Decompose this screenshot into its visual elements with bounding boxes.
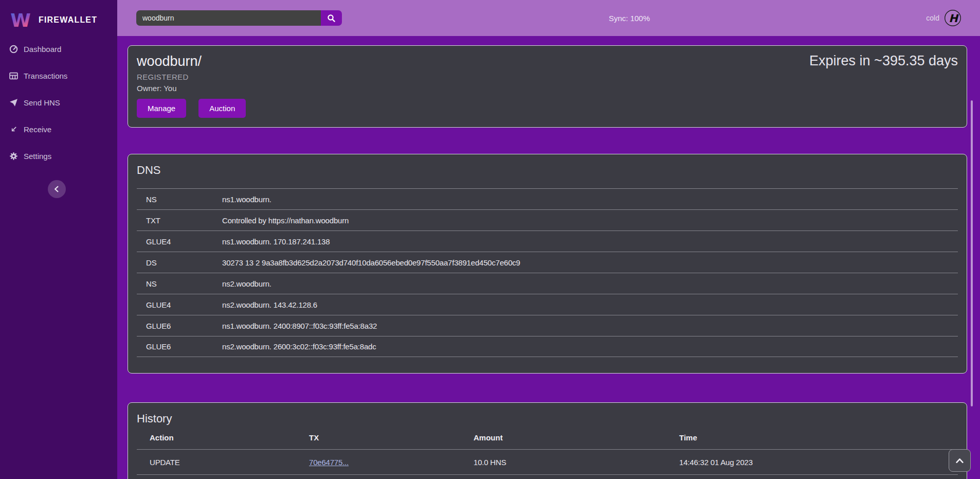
auction-button[interactable]: Auction (198, 99, 246, 118)
transactions-icon (9, 72, 18, 80)
tx-link[interactable]: 70e64775... (309, 458, 349, 467)
sidebar-item-label: Dashboard (24, 45, 61, 54)
dns-record-row: NS ns1.woodburn. (137, 188, 958, 209)
sidebar-nav: Dashboard Transactions Send HNS Receive (0, 36, 117, 169)
dns-record-type: GLUE6 (146, 322, 222, 330)
sidebar-collapse-button[interactable] (48, 180, 66, 198)
history-card: History Action TX Amount Time UPDATE 70e… (128, 402, 967, 479)
history-col-tx: TX (309, 433, 474, 442)
dashboard-icon (9, 45, 18, 54)
dns-record-value: Controlled by https://nathan.woodburn (222, 216, 958, 225)
domain-owner: Owner: You (137, 84, 958, 93)
app-title: FIREWALLET (39, 15, 97, 25)
dns-record-value: ns2.woodburn. 143.42.128.6 (222, 300, 958, 309)
manage-button[interactable]: Manage (137, 99, 186, 118)
history-row: RENEW d76e4f75... 10.0 HNS 15:47:36 07 J… (137, 475, 958, 479)
dns-record-value: ns1.woodburn. (222, 195, 958, 204)
dns-record-row: GLUE4 ns2.woodburn. 143.42.128.6 (137, 294, 958, 315)
svg-text:H: H (949, 12, 959, 25)
history-col-amount: Amount (474, 433, 679, 442)
main-content: woodburn/ REGISTERED Owner: You Manage A… (117, 36, 980, 479)
dns-record-type: DS (146, 258, 222, 267)
domain-expiry: Expires in ~395.35 days (809, 53, 958, 69)
search-button[interactable] (321, 10, 342, 26)
topbar: Sync: 100% cold H (117, 0, 980, 36)
history-title: History (137, 412, 958, 425)
scrollbar-thumb[interactable] (971, 100, 973, 406)
sidebar-item-label: Settings (24, 152, 51, 161)
chevron-up-icon (955, 457, 965, 465)
search-group (136, 10, 342, 26)
sync-status: Sync: 100% (609, 0, 650, 36)
handshake-logo-icon[interactable]: H (944, 9, 961, 27)
dns-record-row: NS ns2.woodburn. (137, 273, 958, 294)
dns-record-value: ns2.woodburn. (222, 279, 958, 288)
search-icon (327, 14, 336, 23)
dns-record-value: ns2.woodburn. 2600:3c02::f03c:93ff:fe5a:… (222, 342, 958, 351)
dns-record-type: TXT (146, 216, 222, 225)
history-col-action: Action (150, 433, 309, 442)
domain-status: REGISTERED (137, 73, 958, 81)
sidebar-item-dashboard[interactable]: Dashboard (0, 36, 117, 62)
sidebar: W FIREWALLET Dashboard Transactions Send… (0, 0, 117, 479)
firewallet-logo-icon: W (9, 9, 32, 31)
send-icon (9, 98, 18, 107)
dns-record-row: DS 30273 13 2 9a3a8fb3d625d2a2073d740f10… (137, 252, 958, 273)
svg-text:W: W (10, 10, 31, 31)
sidebar-item-label: Transactions (24, 72, 67, 80)
dns-record-type: GLUE6 (146, 342, 222, 351)
sidebar-item-label: Receive (24, 125, 51, 134)
dns-record-type: NS (146, 279, 222, 288)
search-input[interactable] (136, 10, 321, 26)
dns-record-row: GLUE4 ns1.woodburn. 170.187.241.138 (137, 230, 958, 252)
history-row: UPDATE 70e64775... 10.0 HNS 14:46:32 01 … (137, 450, 958, 475)
dns-record-type: GLUE4 (146, 300, 222, 309)
dns-record-row: GLUE6 ns1.woodburn. 2400:8907::f03c:93ff… (137, 315, 958, 336)
history-header-row: Action TX Amount Time (137, 425, 958, 450)
dns-record-value: ns1.woodburn. 170.187.241.138 (222, 237, 958, 246)
sidebar-item-send-hns[interactable]: Send HNS (0, 89, 117, 116)
chevron-left-icon (52, 185, 61, 193)
dns-table: NS ns1.woodburn. TXT Controlled by https… (137, 188, 958, 357)
history-col-time: Time (679, 433, 958, 442)
domain-card: woodburn/ REGISTERED Owner: You Manage A… (128, 45, 967, 128)
dns-record-type: GLUE4 (146, 237, 222, 246)
app-logo-row: W FIREWALLET (0, 0, 117, 34)
dns-record-value: 30273 13 2 9a3a8fb3d625d2a2073d740f10da6… (222, 258, 958, 267)
history-amount: 10.0 HNS (474, 458, 679, 467)
dns-record-row: TXT Controlled by https://nathan.woodbur… (137, 209, 958, 230)
wallet-name-label: cold (926, 14, 939, 22)
sidebar-item-receive[interactable]: Receive (0, 116, 117, 143)
history-table: UPDATE 70e64775... 10.0 HNS 14:46:32 01 … (137, 450, 958, 479)
history-time: 14:46:32 01 Aug 2023 (679, 458, 958, 467)
dns-card: DNS NS ns1.woodburn. TXT Controlled by h… (128, 154, 967, 374)
dns-record-type: NS (146, 195, 222, 204)
sidebar-item-settings[interactable]: Settings (0, 143, 117, 169)
topbar-right: cold H (926, 0, 961, 36)
receive-icon (9, 125, 18, 134)
dns-title: DNS (137, 164, 958, 177)
dns-record-value: ns1.woodburn. 2400:8907::f03c:93ff:fe5a:… (222, 322, 958, 330)
scroll-to-top-button[interactable] (949, 449, 971, 472)
sidebar-item-transactions[interactable]: Transactions (0, 62, 117, 89)
history-action: UPDATE (150, 458, 309, 467)
sidebar-item-label: Send HNS (24, 98, 60, 107)
dns-record-row: GLUE6 ns2.woodburn. 2600:3c02::f03c:93ff… (137, 336, 958, 357)
settings-icon (9, 152, 18, 161)
domain-actions: Manage Auction (137, 99, 958, 118)
